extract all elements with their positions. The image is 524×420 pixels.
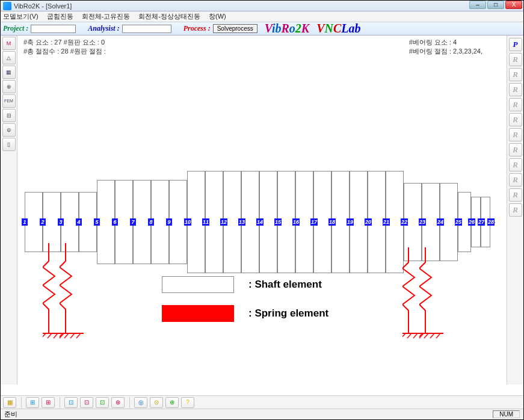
- left-toolbar: M △ ▦ ⊕ FEM ⊟ ⊚ ▯: [1, 36, 17, 384]
- status-ready: 준비: [4, 410, 17, 419]
- rt-r11-icon[interactable]: R: [509, 203, 522, 217]
- lt-model-icon[interactable]: M: [2, 37, 16, 50]
- node-number: 19: [347, 218, 354, 226]
- lt-scale-icon[interactable]: ▯: [2, 138, 16, 151]
- logos: VibRo2K VNCLab: [265, 22, 361, 36]
- lt-geometry-icon[interactable]: △: [2, 51, 16, 64]
- bt-9-icon[interactable]: ⊙: [150, 397, 163, 408]
- menu-rotor-steady[interactable]: 회전체-정상상태진동: [138, 12, 200, 21]
- rt-r1-icon[interactable]: R: [509, 53, 522, 66]
- svg-line-5: [54, 333, 58, 338]
- node-number: 27: [478, 218, 485, 226]
- node-number: 9: [166, 218, 172, 226]
- bt-6-icon[interactable]: ⊡: [96, 397, 109, 408]
- node-number: 26: [468, 218, 475, 226]
- bt-10-icon[interactable]: ⊕: [165, 397, 179, 408]
- lt-bearing-icon[interactable]: ⊚: [2, 123, 16, 137]
- node-number: 25: [455, 218, 462, 226]
- rt-r4-icon[interactable]: R: [509, 98, 522, 111]
- close-button[interactable]: X: [505, 1, 522, 9]
- info-bearing-nodes: #베어링 절점 : 2,3,23,24,: [409, 47, 482, 56]
- maximize-button[interactable]: □: [487, 1, 504, 9]
- svg-line-4: [48, 333, 52, 338]
- project-label: Project :: [3, 24, 28, 33]
- process-label: Process :: [183, 24, 211, 33]
- node-number: 18: [328, 218, 336, 226]
- titlebar: VibRo2K - [Solver1]: [1, 1, 523, 11]
- bt-8-icon[interactable]: ◎: [134, 397, 147, 408]
- rt-r5-icon[interactable]: R: [509, 113, 522, 126]
- vnclab-logo: VNCLab: [316, 22, 360, 36]
- legend-shaft-swatch: [162, 276, 234, 293]
- minimize-button[interactable]: –: [469, 1, 486, 9]
- node-number: 6: [112, 218, 118, 226]
- svg-line-18: [407, 333, 411, 338]
- project-field[interactable]: [31, 25, 76, 33]
- vibro2k-logo: VibRo2K: [265, 22, 310, 36]
- node-number: 11: [202, 218, 209, 226]
- info-top-right: #베어링 요소 : 4 #베어링 절점 : 2,3,23,24,: [409, 38, 482, 56]
- rt-r7-icon[interactable]: R: [509, 143, 522, 156]
- menu-bending[interactable]: 굽힘진동: [47, 12, 73, 21]
- svg-line-10: [60, 333, 63, 338]
- rt-r6-icon[interactable]: R: [509, 128, 522, 141]
- legend-spring-label: : Spring element: [248, 307, 328, 320]
- node-number: 17: [310, 218, 318, 226]
- bt-11-icon[interactable]: ?: [181, 397, 194, 408]
- rt-r8-icon[interactable]: R: [509, 158, 522, 171]
- node-number: 23: [419, 218, 426, 226]
- menu-rotor-natural[interactable]: 회전체-고유진동: [82, 12, 131, 21]
- model-canvas[interactable]: #축 요소 : 27 #원판 요소 : 0 #총 절점수 : 28 #원판 절점…: [17, 36, 507, 395]
- bt-5-icon[interactable]: ⊡: [80, 397, 93, 408]
- info-shaft-count: #축 요소 : 27 #원판 요소 : 0: [23, 38, 106, 47]
- lt-grid-icon[interactable]: ▦: [2, 66, 16, 79]
- statusbar: 준비 NUM: [1, 409, 523, 419]
- rt-r3-icon[interactable]: R: [509, 83, 522, 96]
- node-number: 10: [184, 218, 191, 226]
- bt-4-icon[interactable]: ⊡: [64, 397, 78, 408]
- node-number: 16: [292, 218, 300, 226]
- node-number: 21: [383, 218, 390, 226]
- node-number: 13: [238, 218, 245, 226]
- right-toolbar: P R R R R R R R R R R R: [507, 36, 523, 384]
- bt-3-icon[interactable]: ⊞: [42, 397, 55, 408]
- solve-button[interactable]: Solveprocess: [213, 24, 257, 33]
- lt-fem-icon[interactable]: FEM: [2, 94, 16, 108]
- analysis-label: Analysist :: [88, 24, 119, 33]
- project-bar: Project : Analysist : Process : Solvepro…: [1, 22, 523, 36]
- svg-line-11: [64, 333, 69, 338]
- svg-line-26: [430, 333, 434, 338]
- bt-2-icon[interactable]: ⊞: [26, 397, 39, 408]
- analysis-field[interactable]: [122, 25, 171, 33]
- spring-right-2: [419, 247, 443, 341]
- spring-left-2: [60, 243, 84, 339]
- svg-line-17: [402, 333, 405, 338]
- menu-window[interactable]: 창(W): [209, 12, 226, 21]
- svg-line-24: [419, 333, 422, 338]
- rt-plot-icon[interactable]: P: [509, 38, 522, 51]
- rt-r10-icon[interactable]: R: [509, 188, 522, 202]
- lt-element-icon[interactable]: ⊟: [2, 109, 16, 122]
- rt-r2-icon[interactable]: R: [509, 68, 522, 81]
- node-number: 4: [76, 218, 82, 226]
- bt-1-icon[interactable]: ▦: [3, 397, 16, 408]
- menu-modelview[interactable]: 모델보기(V): [3, 12, 39, 21]
- app-icon: [3, 2, 11, 10]
- node-number: 28: [487, 218, 495, 226]
- svg-line-12: [70, 333, 75, 338]
- lt-node-icon[interactable]: ⊕: [2, 80, 16, 93]
- svg-line-3: [43, 333, 46, 338]
- node-number: 15: [274, 218, 282, 226]
- menubar: 모델보기(V) 굽힘진동 회전체-고유진동 회전체-정상상태진동 창(W): [1, 11, 523, 22]
- node-number: 5: [94, 218, 100, 226]
- svg-line-13: [76, 333, 81, 338]
- node-number: 24: [437, 218, 444, 226]
- node-number: 1: [22, 218, 28, 226]
- node-number: 8: [148, 218, 154, 226]
- window-title: VibRo2K - [Solver1]: [14, 2, 72, 10]
- bt-7-icon[interactable]: ⊛: [111, 397, 125, 408]
- legend: : Shaft element : Spring element: [162, 276, 328, 334]
- info-top-left: #축 요소 : 27 #원판 요소 : 0 #총 절점수 : 28 #원판 절점…: [23, 38, 106, 56]
- rt-r9-icon[interactable]: R: [509, 173, 522, 187]
- node-number: 3: [58, 218, 64, 226]
